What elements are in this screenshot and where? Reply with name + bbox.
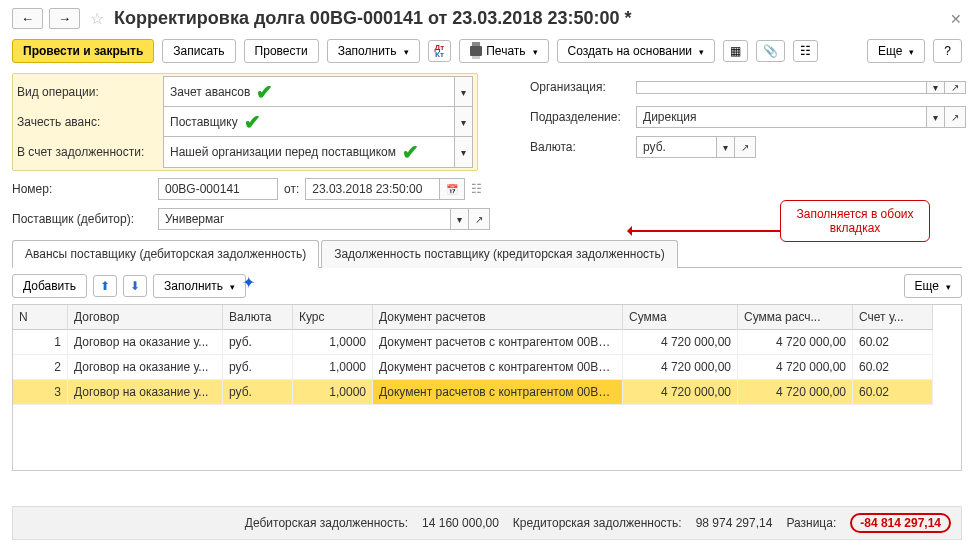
table: N Договор Валюта Курс Документ расчетов … xyxy=(12,304,962,471)
table-row-selected[interactable]: 3 Договор на оказание у... руб. 1,0000 Д… xyxy=(13,380,961,405)
form-mode-icon[interactable]: ☷ xyxy=(471,182,482,196)
advance-field[interactable]: Поставщику✔ ▾ xyxy=(163,106,473,138)
forward-button[interactable]: → xyxy=(49,8,80,29)
highlighted-fields: Вид операции: Зачет авансов✔ ▾ Зачесть а… xyxy=(12,73,478,171)
table-fill-button[interactable]: Заполнить ✦ xyxy=(153,274,246,298)
dtkt-button[interactable]: ДтКт xyxy=(428,40,452,62)
dropdown-icon[interactable]: ▾ xyxy=(455,76,473,108)
number-field[interactable]: 00BG-000141 xyxy=(158,178,278,200)
open-icon[interactable]: ↗ xyxy=(945,81,966,94)
fill-button[interactable]: Заполнить xyxy=(327,39,420,63)
against-field[interactable]: Нашей организации перед поставщиком✔ ▾ xyxy=(163,136,473,168)
add-row-button[interactable]: Добавить xyxy=(12,274,87,298)
move-down-button[interactable]: ⬇ xyxy=(123,275,147,297)
cursor-sparkle-icon: ✦ xyxy=(242,273,255,292)
callout-note: Заполняется в обоих вкладках xyxy=(780,200,930,242)
currency-field[interactable]: руб. ▾ ↗ xyxy=(636,136,756,158)
op-type-label: Вид операции: xyxy=(17,85,157,99)
help-button[interactable]: ? xyxy=(933,39,962,63)
dropdown-icon[interactable]: ▾ xyxy=(455,136,473,168)
favorite-star-icon[interactable]: ☆ xyxy=(86,9,108,28)
table-body: 1 Договор на оказание у... руб. 1,0000 Д… xyxy=(13,330,961,470)
org-label: Организация: xyxy=(530,80,630,94)
against-label: В счет задолженности: xyxy=(17,145,157,159)
table-toolbar: Добавить ⬆ ⬇ Заполнить ✦ Еще xyxy=(12,268,962,304)
report-icon-button[interactable]: ▦ xyxy=(723,40,748,62)
dropdown-icon[interactable]: ▾ xyxy=(927,106,945,128)
print-button[interactable]: Печать xyxy=(459,39,548,63)
create-based-on-button[interactable]: Создать на основании xyxy=(557,39,716,63)
table-header: N Договор Валюта Курс Документ расчетов … xyxy=(13,305,961,330)
division-field[interactable]: Дирекция ▾ ↗ xyxy=(636,106,966,128)
dropdown-icon[interactable]: ▾ xyxy=(451,208,469,230)
check-icon: ✔ xyxy=(402,140,419,164)
cred-value: 98 974 297,14 xyxy=(696,516,773,530)
tab-debt[interactable]: Задолженность поставщику (кредиторская з… xyxy=(321,240,678,268)
printer-icon xyxy=(470,46,482,56)
tab-advances[interactable]: Авансы поставщику (дебиторская задолженн… xyxy=(12,240,319,268)
col-sum-calc[interactable]: Сумма расч... xyxy=(738,305,853,330)
op-type-field[interactable]: Зачет авансов✔ ▾ xyxy=(163,76,473,108)
date-field[interactable]: 23.03.2018 23:50:00 📅 xyxy=(305,178,465,200)
check-icon: ✔ xyxy=(244,110,261,134)
from-label: от: xyxy=(284,182,299,196)
post-and-close-button[interactable]: Провести и закрыть xyxy=(12,39,154,63)
titlebar: ← → ☆ Корректировка долга 00BG-000141 от… xyxy=(12,8,962,29)
more-button[interactable]: Еще xyxy=(867,39,925,63)
attach-button[interactable]: 📎 xyxy=(756,40,785,62)
dropdown-icon[interactable]: ▾ xyxy=(455,106,473,138)
table-row[interactable]: 2 Договор на оказание у... руб. 1,0000 Д… xyxy=(13,355,961,380)
col-rate[interactable]: Курс xyxy=(293,305,373,330)
open-icon[interactable]: ↗ xyxy=(469,208,490,230)
deb-label: Дебиторская задолженность: xyxy=(245,516,408,530)
tabs: Авансы поставщику (дебиторская задолженн… xyxy=(12,239,962,268)
open-icon[interactable]: ↗ xyxy=(945,106,966,128)
close-icon[interactable]: ✕ xyxy=(950,11,962,27)
table-more-button[interactable]: Еще xyxy=(904,274,962,298)
form-left-column: Вид операции: Зачет авансов✔ ▾ Зачесть а… xyxy=(12,73,490,233)
advance-label: Зачесть аванс: xyxy=(17,115,157,129)
statusbar: Дебиторская задолженность: 14 160 000,00… xyxy=(12,506,962,540)
col-contract[interactable]: Договор xyxy=(68,305,223,330)
supplier-field[interactable]: Универмаг ▾ ↗ xyxy=(158,208,490,230)
col-currency[interactable]: Валюта xyxy=(223,305,293,330)
diff-label: Разница: xyxy=(786,516,836,530)
table-row[interactable]: 1 Договор на оказание у... руб. 1,0000 Д… xyxy=(13,330,961,355)
window: ← → ☆ Корректировка долга 00BG-000141 от… xyxy=(0,0,974,548)
dropdown-icon[interactable]: ▾ xyxy=(927,81,945,94)
number-label: Номер: xyxy=(12,182,152,196)
calendar-icon[interactable]: 📅 xyxy=(440,178,465,200)
col-n[interactable]: N xyxy=(13,305,68,330)
window-title: Корректировка долга 00BG-000141 от 23.03… xyxy=(114,8,631,29)
extra-icon-button[interactable]: ☷ xyxy=(793,40,818,62)
back-button[interactable]: ← xyxy=(12,8,43,29)
col-doc[interactable]: Документ расчетов xyxy=(373,305,623,330)
org-field[interactable]: ▾ ↗ xyxy=(636,81,966,94)
move-up-button[interactable]: ⬆ xyxy=(93,275,117,297)
open-icon[interactable]: ↗ xyxy=(735,136,756,158)
division-label: Подразделение: xyxy=(530,110,630,124)
post-button[interactable]: Провести xyxy=(244,39,319,63)
col-account[interactable]: Счет у... xyxy=(853,305,933,330)
callout-arrow xyxy=(630,230,780,232)
main-toolbar: Провести и закрыть Записать Провести Зап… xyxy=(12,39,962,63)
check-icon: ✔ xyxy=(256,80,273,104)
currency-label: Валюта: xyxy=(530,140,630,154)
diff-value: -84 814 297,14 xyxy=(850,513,951,533)
dropdown-icon[interactable]: ▾ xyxy=(717,136,735,158)
supplier-label: Поставщик (дебитор): xyxy=(12,212,152,226)
cred-label: Кредиторская задолженность: xyxy=(513,516,682,530)
col-sum[interactable]: Сумма xyxy=(623,305,738,330)
deb-value: 14 160 000,00 xyxy=(422,516,499,530)
save-button[interactable]: Записать xyxy=(162,39,235,63)
